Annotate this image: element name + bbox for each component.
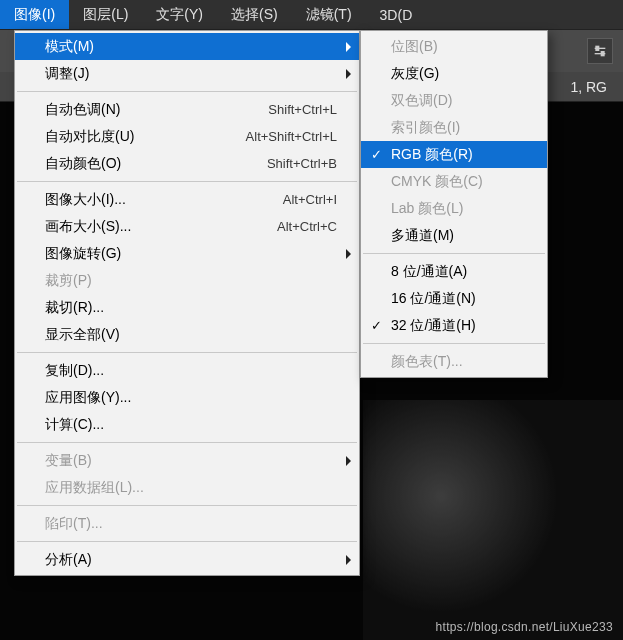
menu-item-label: 画布大小(S)...: [45, 218, 277, 236]
mode-submenu-item: 位图(B): [361, 33, 547, 60]
image-menu-item[interactable]: 画布大小(S)...Alt+Ctrl+C: [15, 213, 359, 240]
menu-item-label: 应用数据组(L)...: [45, 479, 337, 497]
menu-item-label: 计算(C)...: [45, 416, 337, 434]
mode-submenu-item[interactable]: 8 位/通道(A): [361, 258, 547, 285]
chevron-right-icon: [346, 42, 351, 52]
image-menu-item[interactable]: 模式(M): [15, 33, 359, 60]
svg-rect-2: [596, 46, 599, 50]
menu-item-label: 图像大小(I)...: [45, 191, 283, 209]
chevron-right-icon: [346, 69, 351, 79]
mode-submenu-item[interactable]: ✓RGB 颜色(R): [361, 141, 547, 168]
image-menu-item: 裁剪(P): [15, 267, 359, 294]
mode-submenu-item: 索引颜色(I): [361, 114, 547, 141]
menu-item-label: 16 位/通道(N): [391, 290, 525, 308]
menu-item-label: CMYK 颜色(C): [391, 173, 525, 191]
image-menu-item[interactable]: 裁切(R)...: [15, 294, 359, 321]
menu-item-label: 双色调(D): [391, 92, 525, 110]
watermark: https://blog.csdn.net/LiuXue233: [436, 620, 613, 634]
menu-separator: [17, 91, 357, 92]
image-menu-item[interactable]: 调整(J): [15, 60, 359, 87]
menubar-item-1[interactable]: 图层(L): [69, 0, 142, 29]
image-menu-dropdown: 模式(M)调整(J)自动色调(N)Shift+Ctrl+L自动对比度(U)Alt…: [14, 30, 360, 576]
menu-item-label: 裁切(R)...: [45, 299, 337, 317]
doc-label: 1, RG: [570, 79, 607, 95]
mode-submenu-item: CMYK 颜色(C): [361, 168, 547, 195]
menu-item-label: 应用图像(Y)...: [45, 389, 337, 407]
menubar-item-4[interactable]: 滤镜(T): [292, 0, 366, 29]
menu-item-label: 调整(J): [45, 65, 337, 83]
menu-separator: [363, 253, 545, 254]
menu-item-label: 灰度(G): [391, 65, 525, 83]
menu-item-label: 自动颜色(O): [45, 155, 267, 173]
menu-item-shortcut: Alt+Ctrl+C: [277, 219, 337, 234]
check-icon: ✓: [371, 147, 382, 162]
chevron-right-icon: [346, 555, 351, 565]
image-menu-item: 陷印(T)...: [15, 510, 359, 537]
menu-item-shortcut: Shift+Ctrl+B: [267, 156, 337, 171]
mode-submenu-item: 颜色表(T)...: [361, 348, 547, 375]
mode-submenu: 位图(B)灰度(G)双色调(D)索引颜色(I)✓RGB 颜色(R)CMYK 颜色…: [360, 30, 548, 378]
image-menu-item[interactable]: 复制(D)...: [15, 357, 359, 384]
menu-item-shortcut: Alt+Shift+Ctrl+L: [246, 129, 337, 144]
mode-submenu-item[interactable]: 灰度(G): [361, 60, 547, 87]
menu-item-label: 变量(B): [45, 452, 337, 470]
menu-separator: [17, 442, 357, 443]
image-content: [363, 400, 623, 640]
menubar-item-2[interactable]: 文字(Y): [142, 0, 217, 29]
menu-item-shortcut: Shift+Ctrl+L: [268, 102, 337, 117]
image-menu-item: 应用数据组(L)...: [15, 474, 359, 501]
menu-item-label: 显示全部(V): [45, 326, 337, 344]
image-menu-item[interactable]: 应用图像(Y)...: [15, 384, 359, 411]
mode-submenu-item[interactable]: 16 位/通道(N): [361, 285, 547, 312]
menubar-item-5[interactable]: 3D(D: [366, 0, 427, 29]
menu-separator: [363, 343, 545, 344]
image-menu-item[interactable]: 自动颜色(O)Shift+Ctrl+B: [15, 150, 359, 177]
menu-separator: [17, 352, 357, 353]
image-menu-item[interactable]: 自动对比度(U)Alt+Shift+Ctrl+L: [15, 123, 359, 150]
chevron-right-icon: [346, 456, 351, 466]
check-icon: ✓: [371, 318, 382, 333]
menubar: 图像(I)图层(L)文字(Y)选择(S)滤镜(T)3D(D: [0, 0, 623, 30]
menu-item-label: 裁剪(P): [45, 272, 337, 290]
image-menu-item: 变量(B): [15, 447, 359, 474]
settings-icon[interactable]: [587, 38, 613, 64]
menu-item-label: RGB 颜色(R): [391, 146, 525, 164]
menu-item-label: 自动色调(N): [45, 101, 268, 119]
mode-submenu-item: Lab 颜色(L): [361, 195, 547, 222]
menu-item-label: 分析(A): [45, 551, 337, 569]
menu-item-label: Lab 颜色(L): [391, 200, 525, 218]
chevron-right-icon: [346, 249, 351, 259]
image-menu-item[interactable]: 显示全部(V): [15, 321, 359, 348]
menu-item-label: 多通道(M): [391, 227, 525, 245]
menubar-item-0[interactable]: 图像(I): [0, 0, 69, 29]
menu-item-label: 位图(B): [391, 38, 525, 56]
menu-separator: [17, 181, 357, 182]
mode-submenu-item[interactable]: 多通道(M): [361, 222, 547, 249]
menu-item-shortcut: Alt+Ctrl+I: [283, 192, 337, 207]
menu-item-label: 复制(D)...: [45, 362, 337, 380]
mode-submenu-item[interactable]: ✓32 位/通道(H): [361, 312, 547, 339]
mode-submenu-item: 双色调(D): [361, 87, 547, 114]
menu-item-label: 8 位/通道(A): [391, 263, 525, 281]
image-menu-item[interactable]: 分析(A): [15, 546, 359, 573]
svg-rect-3: [601, 52, 604, 56]
menu-item-label: 索引颜色(I): [391, 119, 525, 137]
menu-item-label: 模式(M): [45, 38, 337, 56]
menu-item-label: 颜色表(T)...: [391, 353, 525, 371]
image-menu-item[interactable]: 图像旋转(G): [15, 240, 359, 267]
menu-separator: [17, 505, 357, 506]
image-menu-item[interactable]: 计算(C)...: [15, 411, 359, 438]
menu-item-label: 自动对比度(U): [45, 128, 246, 146]
menubar-item-3[interactable]: 选择(S): [217, 0, 292, 29]
menu-separator: [17, 541, 357, 542]
image-menu-item[interactable]: 图像大小(I)...Alt+Ctrl+I: [15, 186, 359, 213]
menu-item-label: 陷印(T)...: [45, 515, 337, 533]
image-menu-item[interactable]: 自动色调(N)Shift+Ctrl+L: [15, 96, 359, 123]
menu-item-label: 图像旋转(G): [45, 245, 337, 263]
menu-item-label: 32 位/通道(H): [391, 317, 525, 335]
